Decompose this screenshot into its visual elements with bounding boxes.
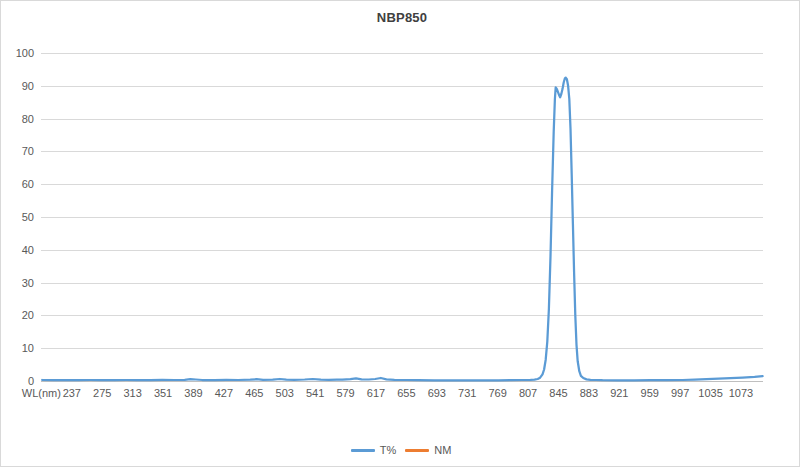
y-tick-label: 70 — [4, 145, 34, 157]
y-tick-label: 50 — [4, 211, 34, 223]
y-tick-label: 0 — [4, 375, 34, 387]
y-tick-label: 20 — [4, 309, 34, 321]
y-tick-label: 30 — [4, 277, 34, 289]
legend-line-icon — [405, 449, 429, 452]
y-tick-label: 90 — [4, 80, 34, 92]
y-tick-label: 80 — [4, 113, 34, 125]
legend-item-t%: T% — [351, 444, 397, 456]
legend-item-nm: NM — [405, 444, 451, 456]
legend-label: NM — [434, 444, 451, 456]
legend: T%NM — [1, 444, 800, 456]
y-tick-label: 10 — [4, 342, 34, 354]
x-tick-label: 1073 — [715, 387, 767, 399]
legend-line-icon — [351, 449, 375, 452]
y-tick-label: 60 — [4, 178, 34, 190]
y-tick-label: 40 — [4, 244, 34, 256]
series-line-t% — [42, 78, 762, 381]
legend-label: T% — [380, 444, 397, 456]
chart: NBP850 0102030405060708090100 WL(nm)2372… — [0, 0, 800, 467]
y-tick-label: 100 — [4, 47, 34, 59]
